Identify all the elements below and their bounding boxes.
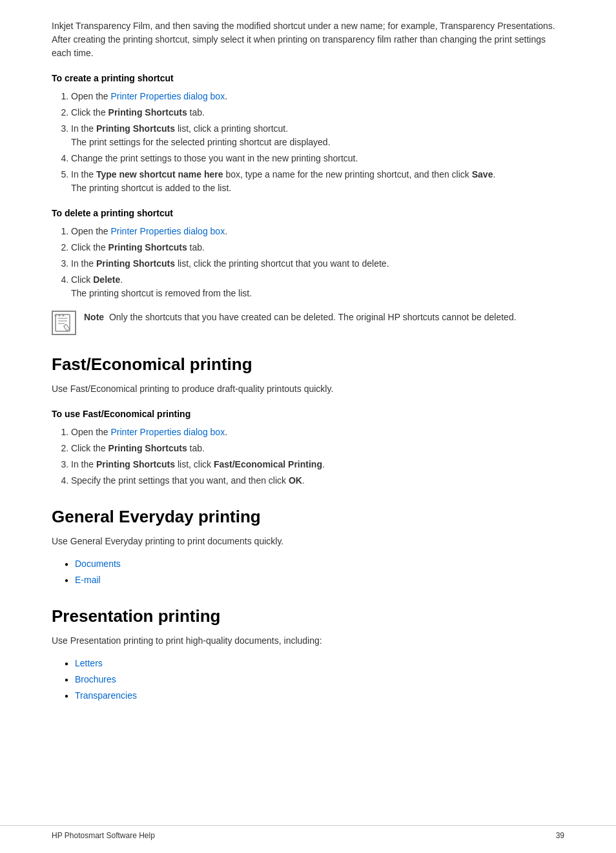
fast-economical-title: Fast/Economical printing (52, 355, 564, 375)
footer: HP Photosmart Software Help 39 (0, 825, 616, 840)
printer-props-link-1[interactable]: Printer Properties dialog box (111, 91, 225, 101)
footer-right: 39 (556, 831, 564, 840)
general-everyday-title: General Everyday printing (52, 507, 564, 527)
general-everyday-links: Documents E-mail (65, 557, 564, 587)
create-shortcut-heading: To create a printing shortcut (52, 73, 564, 83)
documents-link[interactable]: Documents (75, 559, 121, 569)
svg-text:✦✦✦: ✦✦✦ (54, 313, 65, 318)
list-item: E-mail (65, 573, 564, 587)
note-text: Note Only the shortcuts that you have cr… (84, 311, 517, 324)
presentation-desc: Use Presentation printing to print high-… (52, 634, 564, 648)
delete-shortcut-heading: To delete a printing shortcut (52, 208, 564, 218)
list-item: Brochures (65, 673, 564, 686)
note-label: Note (84, 312, 104, 322)
step-subtext: The printing shortcut is removed from th… (71, 287, 564, 300)
fast-economical-section: Fast/Economical printing Use Fast/Econom… (52, 355, 564, 488)
fast-economical-steps: Open the Printer Properties dialog box. … (65, 426, 564, 488)
intro-paragraph: Inkjet Transparency Film, and then savin… (52, 19, 564, 60)
note-icon: ✦✦✦ (52, 311, 76, 335)
delete-shortcut-steps: Open the Printer Properties dialog box. … (65, 225, 564, 300)
printer-props-link-2[interactable]: Printer Properties dialog box (111, 226, 225, 236)
list-item: Change the print settings to those you w… (71, 152, 564, 165)
list-item: Click the Printing Shortcuts tab. (71, 106, 564, 119)
fast-economical-heading: To use Fast/Economical printing (52, 409, 564, 419)
list-item: Open the Printer Properties dialog box. (71, 225, 564, 238)
letters-link[interactable]: Letters (75, 658, 103, 668)
list-item: In the Printing Shortcuts list, click a … (71, 122, 564, 149)
create-shortcut-steps: Open the Printer Properties dialog box. … (65, 90, 564, 195)
printer-props-link-3[interactable]: Printer Properties dialog box (111, 427, 225, 437)
step-subtext: The print settings for the selected prin… (71, 136, 564, 149)
note-box: ✦✦✦ Note Only the shortcuts that you hav… (52, 311, 564, 335)
list-item: Transparencies (65, 689, 564, 703)
list-item: Letters (65, 657, 564, 670)
list-item: Click the Printing Shortcuts tab. (71, 442, 564, 455)
list-item: In the Type new shortcut name here box, … (71, 168, 564, 195)
presentation-section: Presentation printing Use Presentation p… (52, 606, 564, 703)
general-everyday-desc: Use General Everyday printing to print d… (52, 535, 564, 548)
transparencies-link[interactable]: Transparencies (75, 690, 137, 701)
create-shortcut-section: To create a printing shortcut Open the P… (52, 73, 564, 195)
list-item: Open the Printer Properties dialog box. (71, 426, 564, 439)
brochures-link[interactable]: Brochures (75, 674, 116, 684)
list-item: In the Printing Shortcuts list, click th… (71, 257, 564, 271)
step-subtext: The printing shortcut is added to the li… (71, 181, 564, 195)
presentation-links: Letters Brochures Transparencies (65, 657, 564, 703)
footer-left: HP Photosmart Software Help (52, 831, 155, 840)
delete-shortcut-section: To delete a printing shortcut Open the P… (52, 208, 564, 300)
page: Inkjet Transparency Film, and then savin… (0, 0, 616, 853)
list-item: In the Printing Shortcuts list, click Fa… (71, 458, 564, 471)
list-item: Open the Printer Properties dialog box. (71, 90, 564, 103)
svg-rect-4 (63, 324, 69, 331)
list-item: Click the Printing Shortcuts tab. (71, 241, 564, 254)
email-link[interactable]: E-mail (75, 575, 101, 585)
list-item: Specify the print settings that you want… (71, 474, 564, 488)
list-item: Documents (65, 557, 564, 571)
fast-economical-desc: Use Fast/Economical printing to produce … (52, 382, 564, 396)
presentation-title: Presentation printing (52, 606, 564, 626)
general-everyday-section: General Everyday printing Use General Ev… (52, 507, 564, 587)
list-item: Click Delete. The printing shortcut is r… (71, 273, 564, 300)
